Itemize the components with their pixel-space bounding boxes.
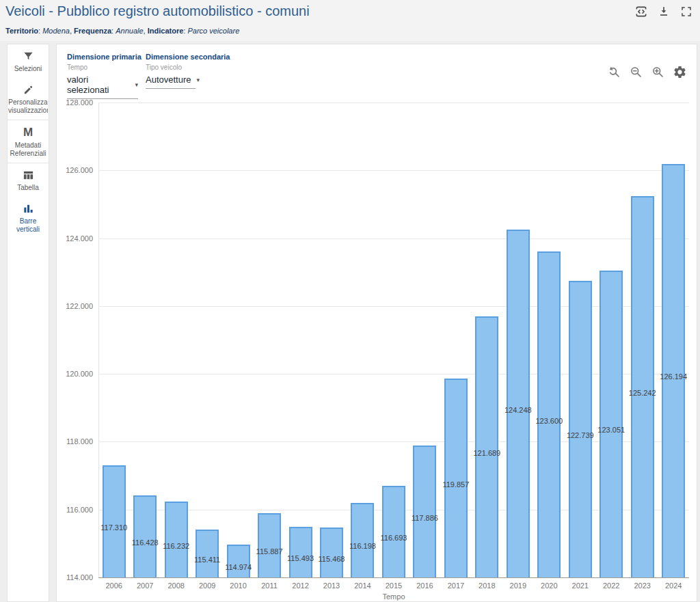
chart-bars: 117.310116.428116.232115.411114.974115.8… [98,102,689,577]
bar-slot: 119.857 [440,102,471,577]
bar-2021[interactable]: 122.739 [569,281,592,577]
secondary-dimension-title: Dimensione secondaria [146,53,230,61]
bar-2022[interactable]: 123.051 [600,271,623,577]
meta-value: Modena [42,27,74,35]
settings-icon[interactable] [672,64,687,79]
bar-2010[interactable]: 114.974 [227,545,250,577]
x-tick-label: 2020 [534,582,565,590]
bar-2023[interactable]: 125.242 [631,196,654,577]
zoom-out-icon[interactable] [628,64,643,79]
bar-value-label: 116.198 [349,542,376,550]
x-axis-title: Tempo [98,592,689,601]
secondary-dimension-select[interactable]: Autovetture ▾ [146,74,196,89]
primary-dimension: Dimensione primaria Tempo valori selezio… [67,53,142,99]
primary-dimension-name: Tempo [67,64,142,71]
bar-slot: 123.051 [596,102,627,577]
y-tick-label: 118.000 [59,437,93,446]
zoom-reset-icon[interactable] [606,64,621,79]
bar-slot: 126.194 [658,102,688,577]
bar-2009[interactable]: 115.411 [196,530,219,577]
meta-value: Annuale [116,27,148,35]
bar-2024[interactable]: 126.194 [662,164,685,577]
bar-slot: 116.428 [129,102,160,577]
x-tick-label: 2012 [285,582,316,590]
sidebar-item-metadati[interactable]: M Metadati Referenziali [8,120,49,163]
sidebar-item-label: Metadati Referenziali [8,141,48,158]
metadata-m-icon: M [23,126,33,139]
meta-label: Indicatore [148,27,188,35]
visualization-panel: Dimensione primaria Tempo valori selezio… [56,44,697,602]
bar-slot: 116.232 [161,102,191,577]
bar-2012[interactable]: 115.493 [289,527,312,577]
x-tick-label: 2011 [254,582,284,590]
bar-2019[interactable]: 124.248 [507,230,530,577]
bar-2007[interactable]: 116.428 [133,495,157,578]
x-tick-label: 2008 [161,582,191,590]
page-title: Veicoli - Pubblico registro automobilist… [5,3,310,19]
bar-slot: 121.689 [472,102,502,577]
secondary-dimension: Dimensione secondaria Tipo veicolo Autov… [146,53,230,89]
bar-2013[interactable]: 115.468 [320,528,343,577]
meta-value: Parco veicolare [187,27,239,35]
x-axis-labels: 2006200720082009201020112012201320142015… [98,582,689,590]
chevron-down-icon: ▾ [197,77,200,83]
bar-value-label: 115.493 [287,554,314,562]
bar-2008[interactable]: 116.232 [165,502,188,577]
bar-2006[interactable]: 117.310 [103,465,126,577]
x-tick-label: 2024 [658,582,688,590]
x-tick-label: 2022 [596,582,627,590]
x-tick-label: 2019 [502,582,533,590]
bar-2018[interactable]: 121.689 [475,316,498,577]
bar-2020[interactable]: 123.600 [537,251,561,577]
bar-2015[interactable]: 116.693 [382,486,405,577]
bar-slot: 122.739 [565,102,595,577]
x-tick-label: 2010 [223,582,254,590]
sidebar-item-label: Barre verticali [8,217,48,234]
sidebar-item-label: Personalizza visualizzazione [8,98,48,115]
y-tick-label: 116.000 [59,506,93,514]
sidebar-item-selezioni[interactable]: Selezioni [8,44,49,78]
secondary-dimension-name: Tipo veicolo [146,64,230,71]
primary-dimension-select[interactable]: valori selezionati ▾ [67,74,138,99]
x-tick-label: 2013 [316,582,347,590]
sidebar-item-tabella[interactable]: Tabella [8,163,49,197]
bar-value-label: 126.194 [660,372,687,381]
bar-slot: 115.468 [316,102,347,577]
x-tick-label: 2017 [440,582,471,590]
meta-frequenza: FrequenzaAnnuale [74,27,148,35]
meta-indicatore: IndicatoreParco veicolare [148,27,240,35]
bar-slot: 125.242 [627,102,658,577]
bar-2014[interactable]: 116.198 [351,503,374,577]
filter-icon [24,53,32,59]
x-tick-label: 2007 [129,582,160,590]
bar-slot: 116.693 [378,102,409,577]
bar-2011[interactable]: 115.887 [258,513,281,577]
bar-slot: 114.974 [223,102,254,577]
sidebar-item-label: Tabella [8,184,48,192]
app-header: Veicoli - Pubblico registro automobilist… [0,0,700,41]
x-tick-label: 2014 [347,582,378,590]
header-actions [634,5,693,18]
download-icon[interactable] [657,5,671,18]
bar-chart-icon [23,203,34,215]
bar-2016[interactable]: 117.886 [413,446,436,577]
y-tick-label: 124.000 [59,234,93,243]
sidebar-item-personalizza[interactable]: Personalizza visualizzazione [8,78,49,120]
bar-value-label: 115.411 [194,556,220,564]
bar-slot: 124.248 [502,102,533,577]
bar-value-label: 114.974 [225,563,252,571]
fullscreen-icon[interactable] [679,5,693,18]
sidebar-item-barre-verticali[interactable]: Barre verticali [8,197,49,238]
bar-slot: 116.198 [347,102,378,577]
x-tick-label: 2016 [409,582,440,590]
embed-icon[interactable] [634,5,648,18]
bar-value-label: 115.468 [319,555,345,563]
bar-value-label: 122.739 [567,431,594,439]
bar-value-label: 116.232 [163,542,189,550]
meta-label: Frequenza [74,27,116,35]
zoom-in-icon[interactable] [650,64,665,79]
chart-toolbar [606,64,687,79]
x-tick-label: 2009 [191,582,222,590]
pencil-icon [24,86,31,94]
bar-2017[interactable]: 119.857 [444,379,468,577]
